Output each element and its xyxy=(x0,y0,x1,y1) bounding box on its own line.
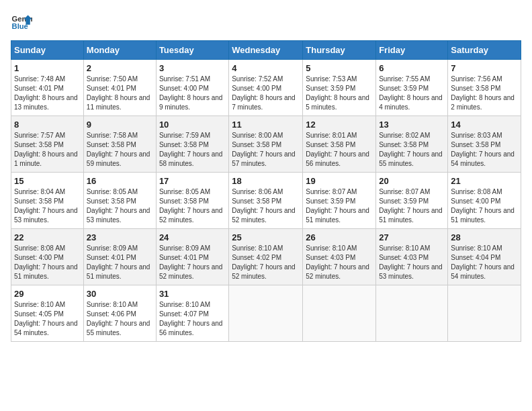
day-info: Sunrise: 8:10 AM Sunset: 4:06 PM Dayligh… xyxy=(87,300,153,338)
calendar-cell: 14 Sunrise: 8:03 AM Sunset: 3:58 PM Dayl… xyxy=(448,116,521,173)
calendar-week-4: 22 Sunrise: 8:08 AM Sunset: 4:00 PM Dayl… xyxy=(11,229,521,285)
calendar-cell: 1 Sunrise: 7:48 AM Sunset: 4:01 PM Dayli… xyxy=(11,60,84,116)
calendar-cell: 25 Sunrise: 8:10 AM Sunset: 4:02 PM Dayl… xyxy=(229,229,303,285)
day-info: Sunrise: 8:01 AM Sunset: 3:58 PM Dayligh… xyxy=(306,131,373,169)
calendar-cell xyxy=(303,285,376,342)
calendar-cell: 12 Sunrise: 8:01 AM Sunset: 3:58 PM Dayl… xyxy=(303,116,376,173)
day-number: 10 xyxy=(159,120,226,130)
day-number: 5 xyxy=(306,63,373,73)
calendar-cell: 5 Sunrise: 7:53 AM Sunset: 3:59 PM Dayli… xyxy=(303,60,376,116)
day-number: 11 xyxy=(232,120,300,130)
calendar-cell: 31 Sunrise: 8:10 AM Sunset: 4:07 PM Dayl… xyxy=(156,285,228,342)
calendar-cell: 7 Sunrise: 7:56 AM Sunset: 3:58 PM Dayli… xyxy=(448,60,521,116)
day-info: Sunrise: 8:00 AM Sunset: 3:58 PM Dayligh… xyxy=(232,131,300,169)
calendar-cell: 4 Sunrise: 7:52 AM Sunset: 4:00 PM Dayli… xyxy=(229,60,303,116)
day-number: 12 xyxy=(306,120,373,130)
day-info: Sunrise: 8:10 AM Sunset: 4:02 PM Dayligh… xyxy=(232,244,300,281)
calendar-cell: 28 Sunrise: 8:10 AM Sunset: 4:04 PM Dayl… xyxy=(448,229,521,285)
day-number: 16 xyxy=(87,176,153,186)
calendar-cell: 8 Sunrise: 7:57 AM Sunset: 3:58 PM Dayli… xyxy=(11,116,84,173)
day-info: Sunrise: 7:55 AM Sunset: 3:59 PM Dayligh… xyxy=(379,75,445,112)
calendar-cell: 23 Sunrise: 8:09 AM Sunset: 4:01 PM Dayl… xyxy=(83,229,156,285)
day-number: 6 xyxy=(379,63,445,73)
day-info: Sunrise: 7:57 AM Sunset: 3:58 PM Dayligh… xyxy=(14,131,81,169)
calendar-cell: 2 Sunrise: 7:50 AM Sunset: 4:01 PM Dayli… xyxy=(83,60,156,116)
day-info: Sunrise: 7:53 AM Sunset: 3:59 PM Dayligh… xyxy=(306,75,373,112)
day-info: Sunrise: 7:58 AM Sunset: 3:58 PM Dayligh… xyxy=(87,131,153,169)
day-info: Sunrise: 8:10 AM Sunset: 4:04 PM Dayligh… xyxy=(451,244,518,281)
calendar-week-3: 15 Sunrise: 8:04 AM Sunset: 3:58 PM Dayl… xyxy=(11,173,521,229)
day-info: Sunrise: 7:59 AM Sunset: 3:58 PM Dayligh… xyxy=(159,131,226,169)
logo: General Blue xyxy=(11,11,35,32)
day-info: Sunrise: 8:08 AM Sunset: 4:00 PM Dayligh… xyxy=(14,244,81,281)
calendar-header-row: SundayMondayTuesdayWednesdayThursdayFrid… xyxy=(11,41,521,60)
calendar-cell: 19 Sunrise: 8:07 AM Sunset: 3:59 PM Dayl… xyxy=(303,173,376,229)
day-number: 26 xyxy=(306,232,373,242)
day-info: Sunrise: 8:10 AM Sunset: 4:05 PM Dayligh… xyxy=(14,300,81,338)
calendar-cell: 16 Sunrise: 8:05 AM Sunset: 3:58 PM Dayl… xyxy=(83,173,156,229)
day-number: 21 xyxy=(451,176,518,186)
day-info: Sunrise: 8:02 AM Sunset: 3:58 PM Dayligh… xyxy=(379,131,445,169)
day-number: 20 xyxy=(379,176,445,186)
day-number: 3 xyxy=(159,63,226,73)
day-number: 7 xyxy=(451,63,518,73)
day-info: Sunrise: 7:51 AM Sunset: 4:00 PM Dayligh… xyxy=(159,75,226,112)
day-number: 9 xyxy=(87,120,153,130)
day-number: 8 xyxy=(14,120,81,130)
day-info: Sunrise: 8:09 AM Sunset: 4:01 PM Dayligh… xyxy=(87,244,153,281)
calendar-header-sunday: Sunday xyxy=(11,41,84,60)
calendar-cell: 11 Sunrise: 8:00 AM Sunset: 3:58 PM Dayl… xyxy=(229,116,303,173)
calendar-cell: 15 Sunrise: 8:04 AM Sunset: 3:58 PM Dayl… xyxy=(11,173,84,229)
calendar-cell: 24 Sunrise: 8:09 AM Sunset: 4:01 PM Dayl… xyxy=(156,229,228,285)
calendar-header-saturday: Saturday xyxy=(448,41,521,60)
calendar-body: 1 Sunrise: 7:48 AM Sunset: 4:01 PM Dayli… xyxy=(11,60,521,342)
day-info: Sunrise: 8:03 AM Sunset: 3:58 PM Dayligh… xyxy=(451,131,518,169)
day-info: Sunrise: 7:48 AM Sunset: 4:01 PM Dayligh… xyxy=(14,75,81,112)
day-number: 1 xyxy=(14,63,81,73)
calendar-cell: 10 Sunrise: 7:59 AM Sunset: 3:58 PM Dayl… xyxy=(156,116,228,173)
svg-text:Blue: Blue xyxy=(12,22,28,30)
day-number: 2 xyxy=(87,63,153,73)
day-number: 14 xyxy=(451,120,518,130)
day-info: Sunrise: 7:52 AM Sunset: 4:00 PM Dayligh… xyxy=(232,75,300,112)
day-number: 27 xyxy=(379,232,445,242)
day-number: 23 xyxy=(87,232,153,242)
calendar-header-friday: Friday xyxy=(376,41,448,60)
day-number: 17 xyxy=(159,176,226,186)
day-info: Sunrise: 8:04 AM Sunset: 3:58 PM Dayligh… xyxy=(14,187,81,225)
day-number: 15 xyxy=(14,176,81,186)
calendar-cell xyxy=(376,285,448,342)
day-number: 13 xyxy=(379,120,445,130)
day-info: Sunrise: 8:09 AM Sunset: 4:01 PM Dayligh… xyxy=(159,244,226,281)
calendar-cell: 30 Sunrise: 8:10 AM Sunset: 4:06 PM Dayl… xyxy=(83,285,156,342)
calendar-cell: 3 Sunrise: 7:51 AM Sunset: 4:00 PM Dayli… xyxy=(156,60,228,116)
calendar-cell: 26 Sunrise: 8:10 AM Sunset: 4:03 PM Dayl… xyxy=(303,229,376,285)
calendar-cell: 18 Sunrise: 8:06 AM Sunset: 3:58 PM Dayl… xyxy=(229,173,303,229)
calendar-week-2: 8 Sunrise: 7:57 AM Sunset: 3:58 PM Dayli… xyxy=(11,116,521,173)
day-number: 31 xyxy=(159,289,226,299)
calendar-cell: 22 Sunrise: 8:08 AM Sunset: 4:00 PM Dayl… xyxy=(11,229,84,285)
day-number: 25 xyxy=(232,232,300,242)
calendar-cell: 27 Sunrise: 8:10 AM Sunset: 4:03 PM Dayl… xyxy=(376,229,448,285)
day-info: Sunrise: 8:05 AM Sunset: 3:58 PM Dayligh… xyxy=(159,187,226,225)
day-info: Sunrise: 8:10 AM Sunset: 4:03 PM Dayligh… xyxy=(306,244,373,281)
day-info: Sunrise: 7:50 AM Sunset: 4:01 PM Dayligh… xyxy=(87,75,153,112)
calendar-cell: 9 Sunrise: 7:58 AM Sunset: 3:58 PM Dayli… xyxy=(83,116,156,173)
calendar-cell: 29 Sunrise: 8:10 AM Sunset: 4:05 PM Dayl… xyxy=(11,285,84,342)
day-info: Sunrise: 8:07 AM Sunset: 3:59 PM Dayligh… xyxy=(379,187,445,225)
day-number: 19 xyxy=(306,176,373,186)
day-number: 22 xyxy=(14,232,81,242)
day-info: Sunrise: 8:08 AM Sunset: 4:00 PM Dayligh… xyxy=(451,187,518,225)
calendar-week-1: 1 Sunrise: 7:48 AM Sunset: 4:01 PM Dayli… xyxy=(11,60,521,116)
day-number: 28 xyxy=(451,232,518,242)
calendar-header-monday: Monday xyxy=(83,41,156,60)
day-info: Sunrise: 8:05 AM Sunset: 3:58 PM Dayligh… xyxy=(87,187,153,225)
calendar-table: SundayMondayTuesdayWednesdayThursdayFrid… xyxy=(11,40,521,342)
calendar-header-tuesday: Tuesday xyxy=(156,41,228,60)
calendar-week-5: 29 Sunrise: 8:10 AM Sunset: 4:05 PM Dayl… xyxy=(11,285,521,342)
calendar-header-wednesday: Wednesday xyxy=(229,41,303,60)
day-number: 4 xyxy=(232,63,300,73)
calendar-cell: 17 Sunrise: 8:05 AM Sunset: 3:58 PM Dayl… xyxy=(156,173,228,229)
day-number: 30 xyxy=(87,289,153,299)
calendar-cell xyxy=(448,285,521,342)
